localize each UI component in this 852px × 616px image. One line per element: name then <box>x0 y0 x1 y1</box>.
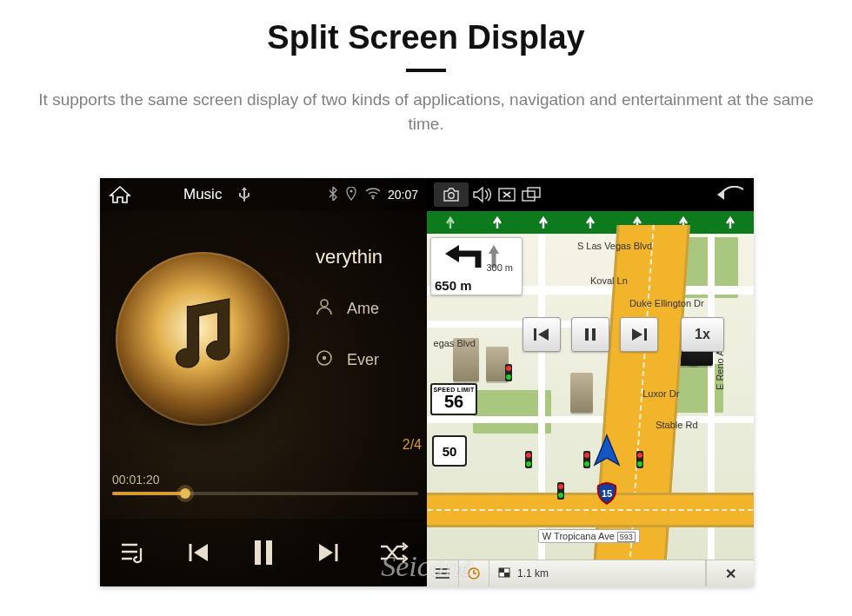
svg-rect-10 <box>528 188 540 197</box>
prev-button[interactable] <box>174 528 223 577</box>
svg-point-1 <box>372 196 375 199</box>
title-rule <box>406 69 446 72</box>
music-note-icon <box>155 289 250 385</box>
home-icon[interactable] <box>109 185 131 204</box>
sim-speed-button[interactable]: 1x <box>681 317 724 352</box>
nav-close-button[interactable]: ✕ <box>706 560 754 586</box>
lane-2 <box>474 211 521 234</box>
svg-rect-18 <box>499 568 504 573</box>
location-icon <box>346 187 356 203</box>
page-title: Split Screen Display <box>0 0 852 56</box>
wifi-icon <box>365 188 381 202</box>
label-duke: Duke Ellington Dr <box>629 298 704 308</box>
usb-icon <box>239 186 250 203</box>
svg-text:15: 15 <box>602 488 612 499</box>
shuffle-button[interactable] <box>369 528 418 577</box>
pause-button[interactable] <box>239 528 288 577</box>
label-s-las-vegas: S Las Vegas Blvd <box>577 241 652 251</box>
album-art <box>116 252 290 426</box>
artist-icon <box>316 298 335 320</box>
volume-button[interactable] <box>472 182 493 207</box>
nav-menu-button[interactable] <box>427 560 459 586</box>
map-canvas[interactable]: 15 S Las Vegas Blvd Koval Ln Duke Elling… <box>427 234 754 560</box>
progress-bar[interactable] <box>112 492 418 495</box>
svg-rect-14 <box>592 328 596 341</box>
svg-rect-5 <box>255 540 261 565</box>
track-counter: 2/4 <box>403 437 422 453</box>
nav-pane: 15 S Las Vegas Blvd Koval Ln Duke Elling… <box>427 178 754 586</box>
svg-rect-13 <box>585 328 589 341</box>
label-stable: Stable Rd <box>656 420 697 430</box>
track-artist: Ame <box>347 300 379 318</box>
music-app-label: Music <box>183 186 222 203</box>
track-title: verythin <box>316 246 383 268</box>
playlist-button[interactable] <box>109 528 157 577</box>
lane-7 <box>707 211 754 234</box>
nav-bottom-bar: 1.1 km ✕ <box>427 560 754 586</box>
svg-point-2 <box>321 300 328 307</box>
nav-eta <box>459 560 489 586</box>
track-meta: verythin Ame Ever <box>316 246 420 401</box>
svg-point-4 <box>323 356 326 360</box>
route-shield: 50 <box>432 435 467 467</box>
music-pane: Music 20:07 verythin <box>100 178 427 586</box>
svg-point-7 <box>449 193 454 198</box>
svg-rect-19 <box>504 573 509 577</box>
split-screen-device: Music 20:07 verythin <box>100 178 754 586</box>
svg-rect-15 <box>644 328 647 341</box>
vehicle-position-icon <box>588 432 626 474</box>
camera-button[interactable] <box>434 182 469 207</box>
nav-distance: 1.1 km <box>489 560 706 586</box>
label-luxor: Luxor Dr <box>642 388 679 399</box>
sim-next-button[interactable] <box>620 317 658 352</box>
next-button[interactable] <box>304 528 353 577</box>
status-clock: 20:07 <box>388 188 418 202</box>
svg-point-0 <box>349 189 352 192</box>
interstate-shield: 15 <box>596 482 617 508</box>
lane-4 <box>567 211 614 234</box>
recent-apps-button[interactable] <box>521 182 543 207</box>
lane-3 <box>520 211 567 234</box>
turn-total: 650 m <box>435 278 518 293</box>
album-icon <box>316 349 335 371</box>
nav-status-bar <box>427 178 754 211</box>
time-played: 00:01:20 <box>112 473 160 487</box>
music-controls <box>100 519 427 586</box>
track-title-row: verythin <box>316 246 420 268</box>
track-album: Ever <box>347 351 379 369</box>
svg-rect-6 <box>266 540 272 565</box>
track-artist-row: Ame <box>316 298 420 320</box>
sim-pause-button[interactable] <box>571 317 609 352</box>
close-app-button[interactable] <box>496 182 517 207</box>
label-koval: Koval Ln <box>590 275 628 286</box>
svg-rect-9 <box>523 191 535 201</box>
timeline[interactable]: 00:01:20 <box>112 472 418 495</box>
back-button[interactable] <box>714 182 747 207</box>
page-subtitle: It supports the same screen display of t… <box>35 88 817 136</box>
turn-instruction: 300 m 650 m <box>430 237 523 295</box>
svg-rect-12 <box>534 328 536 341</box>
bluetooth-icon <box>329 187 337 203</box>
lane-guidance <box>427 211 754 234</box>
sim-prev-button[interactable] <box>523 317 561 352</box>
speed-limit-sign: SPEED LIMIT 56 <box>430 383 477 415</box>
label-vegas-blvd-w: egas Blvd <box>434 338 476 348</box>
music-status-bar: Music 20:07 <box>100 178 427 211</box>
label-tropicana: W Tropicana Ave 593 <box>538 529 640 543</box>
track-album-row: Ever <box>316 349 420 371</box>
lane-1 <box>427 211 474 234</box>
